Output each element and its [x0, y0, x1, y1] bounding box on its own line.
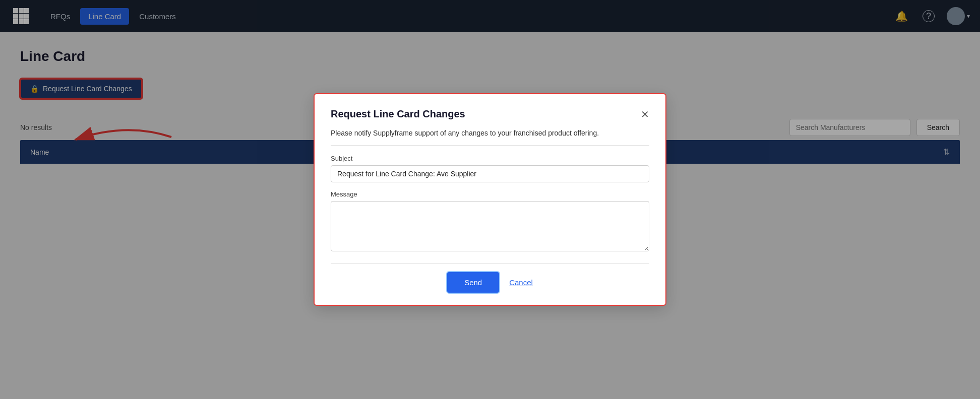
message-textarea[interactable] — [331, 201, 649, 251]
modal-title: Request Line Card Changes — [331, 108, 465, 120]
modal-footer: Send Cancel — [331, 263, 649, 293]
modal-header: Request Line Card Changes ✕ — [331, 108, 649, 120]
send-button[interactable]: Send — [447, 272, 499, 293]
message-label: Message — [331, 190, 649, 198]
modal: Request Line Card Changes ✕ Please notif… — [314, 93, 666, 306]
modal-overlay[interactable]: Request Line Card Changes ✕ Please notif… — [0, 0, 980, 399]
close-icon: ✕ — [641, 109, 649, 120]
modal-description: Please notify Supplyframe support of any… — [331, 129, 649, 146]
subject-label: Subject — [331, 155, 649, 162]
modal-close-button[interactable]: ✕ — [641, 109, 649, 119]
subject-input[interactable] — [331, 165, 649, 182]
cancel-button[interactable]: Cancel — [509, 278, 533, 287]
